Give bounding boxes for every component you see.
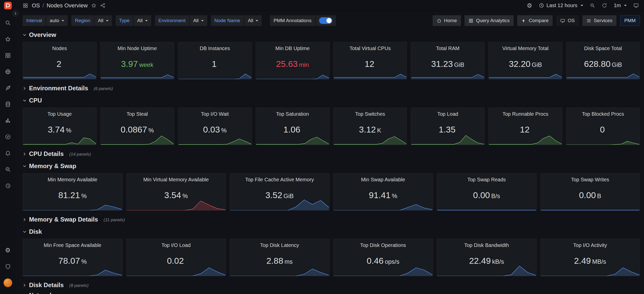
stat-panel[interactable]: Nodes 2 — [23, 42, 97, 79]
sparkline-chart — [23, 199, 122, 210]
stat-panel[interactable]: Top Swap Reads 0.00B/s — [437, 173, 537, 211]
search-icon — [5, 20, 11, 26]
sparkline-chart — [256, 67, 329, 79]
stat-panel[interactable]: Top Usage 3.74% — [23, 108, 97, 145]
section-header-disk-details[interactable]: Disk Details (8 panels) — [23, 281, 640, 289]
pmm-annotations-toggle[interactable] — [319, 17, 332, 24]
share-icon[interactable] — [100, 3, 105, 8]
stat-panel[interactable]: Top Steal 0.0867% — [100, 108, 174, 145]
variable-value-dropdown[interactable]: All — [134, 15, 151, 26]
stat-panel[interactable]: Top Disk Operations 0.46ops/s — [333, 239, 433, 276]
stat-panel[interactable]: Top Runnable Procs 12 — [488, 108, 562, 145]
sidebar-search-button[interactable] — [0, 15, 16, 31]
sparkline-chart — [230, 199, 329, 210]
topbar: OS / Nodes Overview ⚙ Last 12 hours — [0, 0, 644, 11]
refresh-button[interactable] — [602, 3, 607, 8]
caret-down-icon — [256, 20, 258, 21]
stat-panel[interactable]: Top Swap Writes 0.00B — [540, 173, 640, 211]
stat-panel[interactable]: Top Blocked Procs 0 — [566, 108, 640, 145]
zoom-out-button[interactable] — [590, 3, 595, 8]
stat-panel-title: Top Blocked Procs — [566, 108, 640, 117]
stat-panel[interactable]: Top I/O Load 0.02 — [126, 239, 226, 276]
breadcrumb: OS / Nodes Overview — [16, 2, 105, 9]
overview-panel-row: Nodes 2 Min Node Uptime 3.97week DB Inst — [23, 42, 640, 79]
sidebar-metrics-button[interactable] — [0, 64, 16, 80]
sidebar-advisors-button[interactable] — [0, 161, 16, 178]
section-header-overview[interactable]: Overview — [23, 31, 640, 39]
sparkline-chart — [489, 133, 562, 145]
pmm-link[interactable]: PMM — [620, 15, 640, 26]
sidebar-backup-button[interactable] — [0, 178, 16, 194]
stat-panel[interactable]: Top Switches 3.12K — [333, 108, 407, 145]
stat-panel[interactable]: Virtual Memory Total 32.20GiB — [488, 42, 562, 79]
monitor-icon — [633, 3, 639, 8]
variable-value-dropdown[interactable]: All — [244, 15, 262, 26]
stat-panel[interactable]: DB Instances 1 — [178, 42, 252, 79]
stat-panel[interactable]: Top Disk Bandwidth 22.49kB/s — [437, 239, 537, 276]
section-title: Memory & Swap — [29, 163, 76, 170]
stat-panel[interactable]: Top Saturation 1.06 — [256, 108, 330, 145]
sidebar-server-admin-button[interactable] — [0, 258, 16, 275]
stat-panel-title: Top Disk Latency — [230, 239, 329, 248]
stat-panel[interactable]: Min Free Space Available 78.07% — [23, 239, 122, 276]
sidebar-dbaas-button[interactable] — [0, 96, 16, 112]
stat-panel[interactable]: Total RAM 31.23GiB — [411, 42, 485, 79]
stat-panel[interactable]: Min Node Uptime 3.97week — [100, 42, 174, 79]
variable-label: Type — [116, 15, 133, 26]
section-header-network[interactable]: Network — [23, 291, 640, 294]
section-header-memory-swap-details[interactable]: Memory & Swap Details (11 panels) — [23, 216, 640, 223]
variable-label: Node Name — [211, 15, 244, 26]
dashboard-settings-button[interactable]: ⚙ — [527, 3, 532, 9]
variable-label: Interval — [23, 15, 46, 26]
stat-panel-title: Min Virtual Memory Available — [127, 173, 226, 183]
variable-value-dropdown[interactable]: All — [94, 15, 112, 26]
stat-panel-value: 1 — [178, 60, 252, 68]
sidebar-explore-button[interactable] — [0, 129, 16, 145]
stat-panel[interactable]: Min Virtual Memory Available 3.54% — [126, 173, 226, 211]
cpu-panel-row: Top Usage 3.74% Top Steal 0.0867% Top I/ — [23, 108, 640, 145]
dashboards-grid-icon[interactable] — [23, 3, 28, 8]
refresh-interval-dropdown[interactable]: 1m — [614, 3, 627, 8]
stat-panel-value: 0.02 — [127, 256, 226, 265]
sidebar-query-analytics-button[interactable] — [0, 80, 16, 96]
stat-panel[interactable]: Top I/O Wait 0.03% — [178, 108, 252, 145]
variable-value-dropdown[interactable]: auto — [46, 15, 68, 26]
pmm-logo[interactable] — [0, 2, 16, 10]
time-range-picker[interactable]: Last 12 hours — [539, 3, 583, 8]
sidebar-settings-button[interactable]: ⚙ — [0, 242, 16, 258]
sidebar-dashboards-button[interactable] — [0, 47, 16, 64]
services-link[interactable]: Services — [582, 15, 616, 26]
section-header-disk[interactable]: Disk — [23, 228, 640, 236]
user-avatar — [4, 278, 12, 287]
stat-panel[interactable]: Top I/O Activity 2.49MB/s — [540, 239, 640, 276]
query-analytics-link[interactable]: Query Analytics — [464, 15, 514, 26]
topbar-actions: ⚙ Last 12 hours 1m — [527, 3, 644, 9]
stat-panel[interactable]: Total Virtual CPUs 12 — [333, 42, 407, 79]
section-header-cpu[interactable]: CPU — [23, 97, 640, 104]
section-header-cpu-details[interactable]: CPU Details (14 panels) — [23, 150, 640, 158]
list-icon — [586, 18, 591, 23]
sidebar-charts-button[interactable] — [0, 112, 16, 129]
sidebar-starred-button[interactable] — [0, 31, 16, 47]
chevron-down-icon — [23, 33, 26, 37]
stat-panel-title: Top I/O Activity — [541, 239, 640, 248]
stat-panel-value: 0.0867% — [101, 125, 174, 134]
section-header-memory-swap[interactable]: Memory & Swap — [23, 162, 640, 170]
stat-panel[interactable]: Min Memory Available 81.21% — [23, 173, 122, 211]
variable-value-dropdown[interactable]: All — [190, 15, 207, 26]
home-link[interactable]: Home — [433, 15, 461, 26]
section-header-environment-details[interactable]: Environment Details (6 panels) — [23, 84, 640, 92]
os-link[interactable]: OS — [556, 15, 579, 26]
stat-panel[interactable]: Min Swap Available 91.41% — [333, 173, 433, 211]
compare-link[interactable]: Compare — [517, 15, 553, 26]
kiosk-mode-button[interactable] — [633, 3, 639, 8]
favorite-star-icon[interactable] — [91, 3, 97, 8]
stat-panel[interactable]: Top Load 1.35 — [411, 108, 485, 145]
sidebar-alerting-button[interactable] — [0, 145, 16, 161]
sidebar-user-button[interactable] — [0, 275, 16, 291]
stat-panel[interactable]: Min DB Uptime 25.63min — [256, 42, 330, 79]
stat-panel[interactable]: Top Disk Latency 2.88ms — [230, 239, 330, 276]
stat-panel[interactable]: Disk Space Total 628.80GiB — [566, 42, 640, 79]
breadcrumb-section[interactable]: OS — [32, 2, 40, 9]
stat-panel[interactable]: Top File Cache Active Memory 3.52GiB — [230, 173, 330, 211]
